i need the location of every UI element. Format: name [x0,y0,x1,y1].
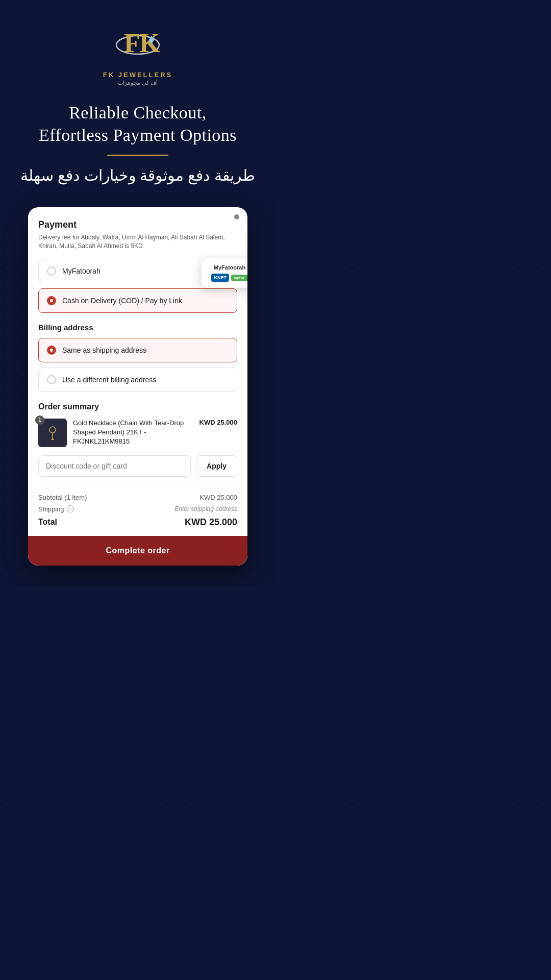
total-value: KWD 25.000 [185,517,237,528]
radio-same [47,346,56,355]
order-summary-section: Order summary 1 Gold Necklace (Chain Wit… [38,402,237,528]
radio-myfatoorah [47,266,56,276]
billing-label-different: Use a different billing address [62,376,156,384]
total-label: Total [38,517,57,528]
myfatoorah-logo: myFat. [231,275,247,281]
knet-logo: KNET [211,274,229,282]
brand-arabic: أف كي مجوهرات [103,80,172,86]
fatoorah-popup: MyFatoorah KNET myFat. [202,258,247,288]
brand-name: FK JEWELLERS [103,71,172,79]
shipping-row: Shipping i Enter shipping address [38,505,237,513]
item-details: Gold Necklace (Chain With Tear-Drop Shap… [73,419,193,447]
svg-marker-6 [51,438,54,440]
fatoorah-popup-title: MyFatoorah [214,264,245,271]
shipping-value: Enter shipping address [174,505,237,513]
order-summary-title: Order summary [38,402,237,411]
svg-text:K: K [139,29,160,58]
billing-option-same[interactable]: Same as shipping address [38,338,237,362]
payment-option-cod[interactable]: Cash on Delivery (COD) / Pay by Link [38,288,237,313]
shipping-info-icon[interactable]: i [67,505,74,512]
item-quantity-badge: 1 [35,415,44,425]
subtotal-label: Subtotal (1 item) [38,494,87,501]
hero-section: Reliable Checkout, Effortless Payment Op… [0,102,276,187]
hero-title-ar: طريقة دفع موثوقة وخيارات دفع سهلة [20,164,255,187]
discount-row: Apply [38,455,237,477]
svg-point-4 [49,427,56,433]
shipping-label: Shipping i [38,505,74,513]
subtotal-row: Subtotal (1 item) KWD 25.000 [38,494,237,501]
billing-title: Billing address [38,323,237,332]
billing-label-same: Same as shipping address [62,346,146,354]
total-row: Total KWD 25.000 [38,517,237,528]
subtotal-value: KWD 25.000 [199,494,237,501]
svg-text:F: F [124,29,140,58]
radio-different [47,375,56,384]
delivery-note: Delivery fee for Abdaly, Wafra, Umm Al H… [38,233,237,251]
logo-section: F K FK JEWELLERS أف كي مجوهرات [103,20,172,86]
item-image-wrap: 1 [38,419,67,447]
complete-order-button[interactable]: Complete order [28,536,247,566]
hero-divider [107,155,168,156]
logo-text: FK JEWELLERS أف كي مجوهرات [103,71,172,86]
brand-logo: F K [110,20,166,68]
checkout-card: Payment Delivery fee for Abdaly, Wafra, … [28,207,247,566]
item-name: Gold Necklace (Chain With Tear-Drop Shap… [73,419,193,447]
billing-option-different[interactable]: Use a different billing address [38,368,237,392]
payment-title: Payment [38,219,237,230]
totals-section: Subtotal (1 item) KWD 25.000 Shipping i … [38,486,237,528]
hero-title-en: Reliable Checkout, Effortless Payment Op… [20,102,255,146]
radio-cod [47,296,56,305]
item-price: KWD 25.000 [199,419,237,426]
order-item: 1 Gold Necklace (Chain With Tear-Drop Sh… [38,419,237,447]
apply-button[interactable]: Apply [196,455,237,477]
status-dot [234,214,239,219]
billing-section: Billing address Same as shipping address… [38,323,237,392]
payment-section: Payment Delivery fee for Abdaly, Wafra, … [38,219,237,313]
payment-label-cod: Cash on Delivery (COD) / Pay by Link [62,297,229,305]
fatoorah-logos: KNET myFat. [211,274,247,282]
discount-input[interactable] [38,455,191,477]
